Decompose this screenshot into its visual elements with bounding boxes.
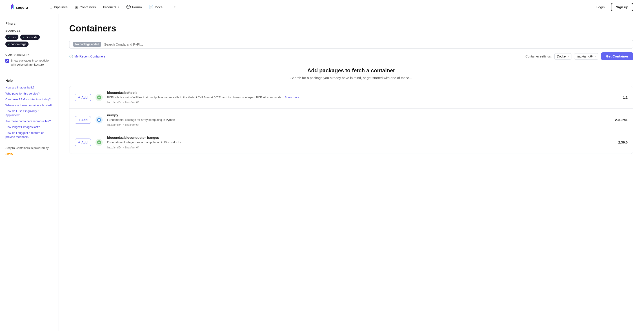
nav-label-forum: Forum bbox=[132, 5, 142, 9]
powered-by-text: Seqera Containers is powered by bbox=[6, 146, 53, 150]
compatibility-checkbox-row: Show packages incompatible with selected… bbox=[6, 59, 53, 67]
package-card-iranges: + Add bioconda::bioconductor-iranges Fou… bbox=[70, 131, 633, 153]
docker-label: Docker bbox=[557, 54, 567, 58]
add-label: Add bbox=[81, 118, 88, 122]
main-content: Containers No package added 🕐 My Recent … bbox=[58, 14, 644, 331]
sidebar: Filters Sources ✓ pypi ✓ bioconda ✓ cond… bbox=[0, 14, 58, 331]
add-button-bcftools[interactable]: + Add bbox=[75, 94, 91, 101]
numpy-platforms: linux/amd64 • linux/arm64 bbox=[107, 123, 610, 126]
help-link-2[interactable]: Can I use ARM architecture today? bbox=[6, 97, 53, 101]
forum-icon: 💬 bbox=[126, 5, 131, 9]
platform-arm64: linux/arm64 bbox=[125, 123, 139, 126]
more-chevron-icon: ▾ bbox=[174, 5, 176, 8]
nav-item-docs[interactable]: 📄 Docs bbox=[146, 3, 165, 11]
help-link-7[interactable]: How do I suggest a feature or provide fe… bbox=[6, 131, 53, 139]
pipelines-icon: ⬡ bbox=[50, 5, 52, 9]
add-packages-subtext: Search for a package you already have in… bbox=[69, 76, 633, 80]
platform-amd64: linux/amd64 bbox=[107, 123, 122, 126]
navbar-actions: Login Sign up bbox=[593, 3, 633, 11]
compatibility-checkbox-label: Show packages incompatible with selected… bbox=[11, 59, 53, 67]
help-section: Help How are images built? Who pays for … bbox=[6, 79, 53, 139]
add-plus-icon: + bbox=[78, 95, 80, 99]
help-link-3[interactable]: Where are these containers hosted? bbox=[6, 103, 53, 107]
help-link-0[interactable]: How are images built? bbox=[6, 85, 53, 90]
bcftools-version: 1.2 bbox=[614, 95, 628, 99]
help-links: How are images built? Who pays for this … bbox=[6, 85, 53, 139]
nav-label-pipelines: Pipelines bbox=[54, 5, 68, 9]
nav-label-docs: Docs bbox=[155, 5, 162, 9]
containers-icon: ▣ bbox=[75, 5, 78, 9]
platform-amd64: linux/amd64 bbox=[107, 101, 122, 104]
numpy-icon bbox=[96, 116, 103, 123]
help-link-1[interactable]: Who pays for this service? bbox=[6, 92, 53, 96]
tag-bioconda[interactable]: ✓ bioconda bbox=[20, 34, 40, 40]
add-button-numpy[interactable]: + Add bbox=[75, 116, 91, 124]
add-plus-icon: + bbox=[78, 118, 80, 122]
help-link-5[interactable]: Are these containers reproducible? bbox=[6, 119, 53, 123]
filters-title: Filters bbox=[6, 21, 53, 25]
arch-label: linux/amd64 bbox=[576, 54, 594, 58]
numpy-name: numpy bbox=[107, 113, 610, 117]
tag-pypi[interactable]: ✓ pypi bbox=[6, 34, 18, 40]
bcftools-desc: BCFtools is a set of utilities that mani… bbox=[107, 95, 610, 99]
platform-arm64: linux/arm64 bbox=[125, 146, 139, 149]
numpy-desc: Fundamental package for array computing … bbox=[107, 118, 610, 122]
nav-item-more[interactable]: ☰ ▾ bbox=[167, 3, 178, 11]
page-title: Containers bbox=[69, 23, 633, 33]
signup-button[interactable]: Sign up bbox=[611, 3, 633, 11]
svg-text:seqera: seqera bbox=[16, 5, 28, 10]
login-button[interactable]: Login bbox=[593, 3, 608, 11]
nav-item-forum[interactable]: 💬 Forum bbox=[124, 3, 144, 11]
hamburger-icon: ☰ bbox=[170, 5, 173, 9]
tag-conda-forge[interactable]: ✓ conda-forge bbox=[6, 41, 28, 47]
recent-containers-button[interactable]: 🕐 My Recent Containers bbox=[69, 54, 106, 58]
no-package-badge: No package added bbox=[73, 42, 101, 47]
add-label: Add bbox=[81, 96, 88, 99]
compatibility-section: Compatibility Show packages incompatible… bbox=[6, 53, 53, 67]
recent-containers-label: My Recent Containers bbox=[74, 54, 106, 58]
search-bar: No package added bbox=[69, 40, 633, 49]
numpy-info: numpy Fundamental package for array comp… bbox=[107, 113, 610, 126]
docker-chevron-icon: ▾ bbox=[568, 55, 569, 58]
products-chevron-icon: ▾ bbox=[118, 5, 119, 8]
add-label: Add bbox=[81, 141, 88, 144]
svg-rect-2 bbox=[14, 5, 14, 9]
platform-separator: • bbox=[123, 123, 124, 126]
nav-item-products[interactable]: Products ▾ bbox=[100, 3, 122, 11]
show-more-bcftools[interactable]: Show more bbox=[285, 96, 300, 99]
platform-amd64: linux/amd64 bbox=[107, 146, 122, 149]
platform-arm64: linux/arm64 bbox=[125, 101, 139, 104]
iranges-version: 2.36.0 bbox=[614, 140, 628, 144]
navbar-links: ⬡ Pipelines ▣ Containers Products ▾ 💬 Fo… bbox=[47, 3, 593, 11]
help-link-4[interactable]: How do I use Singularity / Apptainer? bbox=[6, 109, 53, 117]
package-card-numpy: + Add numpy Fundamental package for arra… bbox=[70, 109, 633, 131]
bcftools-name: bioconda::bcftools bbox=[107, 91, 610, 94]
compatibility-checkbox[interactable] bbox=[6, 59, 9, 63]
arch-chevron-icon: ▾ bbox=[594, 55, 596, 58]
tag-check-icon: ✓ bbox=[8, 43, 10, 46]
settings-right: Container settings: Docker ▾ linux/amd64… bbox=[525, 52, 633, 60]
help-link-6[interactable]: How long will images last? bbox=[6, 125, 53, 129]
add-button-iranges[interactable]: + Add bbox=[75, 139, 91, 146]
add-packages-heading: Add packages to fetch a container bbox=[69, 67, 633, 74]
nav-item-containers[interactable]: ▣ Containers bbox=[72, 3, 99, 11]
logo[interactable]: seqera bbox=[11, 3, 38, 11]
nav-label-containers: Containers bbox=[80, 5, 96, 9]
iranges-icon bbox=[96, 139, 103, 146]
search-input[interactable] bbox=[104, 42, 630, 46]
platform-separator: • bbox=[123, 146, 124, 149]
tag-check-icon: ✓ bbox=[22, 36, 25, 39]
navbar: seqera ⬡ Pipelines ▣ Containers Products… bbox=[0, 0, 644, 14]
svg-rect-0 bbox=[11, 5, 12, 9]
get-container-button[interactable]: Get Container bbox=[601, 52, 633, 60]
powered-by: Seqera Containers is powered by aws bbox=[6, 146, 53, 156]
help-title: Help bbox=[6, 79, 53, 82]
nav-item-pipelines[interactable]: ⬡ Pipelines bbox=[47, 3, 70, 11]
iranges-platforms: linux/amd64 • linux/arm64 bbox=[107, 146, 610, 149]
docker-select[interactable]: Docker ▾ bbox=[554, 53, 572, 59]
nav-label-products: Products bbox=[103, 5, 116, 9]
clock-icon: 🕐 bbox=[69, 54, 73, 58]
compatibility-label: Compatibility bbox=[6, 53, 53, 56]
tag-bioconda-label: bioconda bbox=[26, 35, 38, 39]
arch-select[interactable]: linux/amd64 ▾ bbox=[574, 53, 598, 59]
